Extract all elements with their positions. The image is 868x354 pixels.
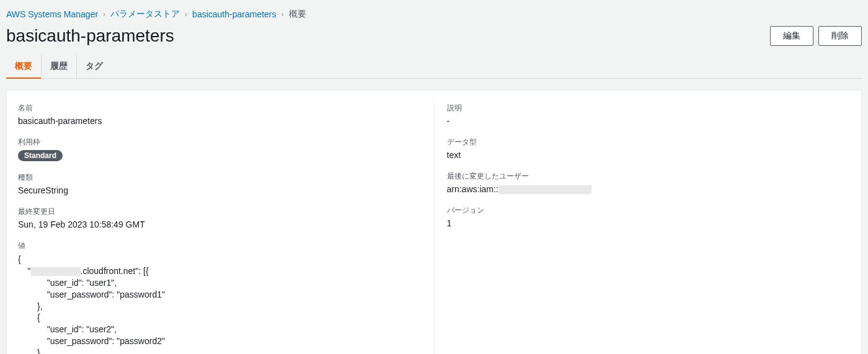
tier-label: 利用枠 [18,137,422,148]
description-value: - [447,116,851,126]
breadcrumb-parameter-name[interactable]: basicauth-parameters [192,9,276,19]
chevron-right-icon: › [281,10,284,19]
breadcrumb: AWS Systems Manager › パラメータストア › basicau… [6,6,862,24]
edit-button[interactable]: 編集 [770,26,813,46]
tab-overview[interactable]: 概要 [6,55,42,78]
last-modified-value: Sun, 19 Feb 2023 10:58:49 GMT [18,219,422,229]
name-label: 名前 [18,103,422,113]
tab-tags[interactable]: タグ [77,55,112,78]
page-title: basicauth-parameters [6,26,174,46]
breadcrumb-parameter-store[interactable]: パラメータストア [110,9,180,20]
chevron-right-icon: › [185,10,187,19]
breadcrumb-root[interactable]: AWS Systems Manager [6,9,98,19]
chevron-right-icon: › [103,10,105,19]
tab-history[interactable]: 履歴 [42,55,77,78]
last-modified-label: 最終変更日 [18,206,422,217]
name-value: basicauth-parameters [18,116,422,126]
version-value: 1 [447,218,851,228]
last-modified-user-value: arn:aws:iam:: [447,184,851,194]
type-value: SecureString [18,185,422,195]
description-label: 説明 [447,103,851,113]
tabs: 概要 履歴 タグ [6,55,862,79]
arn-prefix: arn:aws:iam:: [447,184,498,194]
redacted-arn [498,185,591,194]
value-content: { ".cloudfront.net": [{ "user_id": "user… [18,254,422,354]
datatype-value: text [447,150,851,160]
version-label: バージョン [447,205,851,216]
breadcrumb-current: 概要 [289,9,306,20]
overview-panel: 名前 basicauth-parameters 利用枠 Standard 種類 … [6,90,862,354]
redacted-domain [31,267,81,276]
value-suffix: .cloudfront.net": [{ "user_id": "user1",… [18,266,165,354]
tier-badge: Standard [18,150,63,161]
value-label: 値 [18,241,422,251]
delete-button[interactable]: 削除 [818,26,862,46]
last-modified-user-label: 最後に変更したユーザー [447,171,851,182]
datatype-label: データ型 [447,137,851,148]
value-prefix: { " [18,254,31,276]
type-label: 種類 [18,172,422,183]
